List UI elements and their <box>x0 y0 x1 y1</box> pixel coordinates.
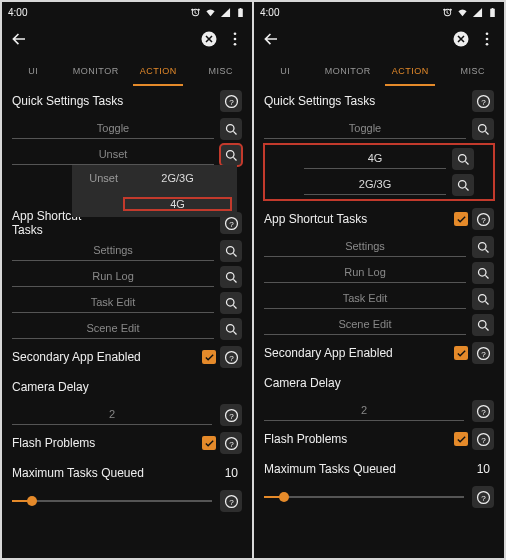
svg-point-1 <box>234 32 237 35</box>
left-pane: 4:00 UI MONITOR ACTION MISC Quick Settin… <box>2 2 252 558</box>
clock: 4:00 <box>260 7 279 18</box>
field-4g[interactable]: 4G <box>304 149 446 169</box>
svg-point-25 <box>486 43 489 46</box>
search-icon[interactable] <box>452 148 474 170</box>
checkbox-flash[interactable] <box>202 436 216 450</box>
search-icon[interactable] <box>220 292 242 314</box>
svg-text:?: ? <box>229 411 234 420</box>
svg-point-34 <box>478 268 486 276</box>
alarm-icon <box>190 7 201 18</box>
slider-max-queued[interactable] <box>12 491 212 511</box>
help-button[interactable]: ? <box>472 486 494 508</box>
field-runlog[interactable]: Run Log <box>264 263 466 283</box>
tab-misc[interactable]: MISC <box>442 56 505 86</box>
close-icon[interactable] <box>200 30 218 48</box>
search-icon[interactable] <box>220 240 242 262</box>
help-button[interactable]: ? <box>472 428 494 450</box>
tab-bar: UI MONITOR ACTION MISC <box>254 56 504 86</box>
search-icon[interactable] <box>452 174 474 196</box>
status-icons <box>442 7 498 18</box>
app-bar <box>2 22 252 56</box>
field-toggle[interactable]: Toggle <box>12 119 214 139</box>
field-2g3g[interactable]: 2G/3G <box>304 175 446 195</box>
svg-text:?: ? <box>481 407 486 416</box>
field-taskedit[interactable]: Task Edit <box>264 289 466 309</box>
field-settings[interactable]: Settings <box>264 237 466 257</box>
app-bar <box>254 22 504 56</box>
overflow-menu-icon[interactable] <box>478 30 496 48</box>
help-button[interactable]: ? <box>220 490 242 512</box>
highlighted-fields: 4G 2G/3G <box>264 144 494 200</box>
svg-point-28 <box>478 124 486 132</box>
section-camera-delay: Camera Delay <box>264 368 494 398</box>
svg-text:?: ? <box>229 219 234 228</box>
tab-action[interactable]: ACTION <box>379 56 442 86</box>
signal-icon <box>220 7 231 18</box>
alarm-icon <box>442 7 453 18</box>
tab-monitor[interactable]: MONITOR <box>317 56 380 86</box>
section-quick-settings: Quick Settings Tasks ? <box>12 86 242 116</box>
search-icon[interactable] <box>472 118 494 140</box>
section-secondary-app: Secondary App Enabled ? <box>264 338 494 368</box>
checkbox-flash[interactable] <box>454 432 468 446</box>
back-button[interactable] <box>10 30 28 48</box>
tab-action[interactable]: ACTION <box>127 56 190 86</box>
search-icon[interactable] <box>220 266 242 288</box>
search-icon[interactable] <box>220 118 242 140</box>
checkbox-secondary[interactable] <box>202 350 216 364</box>
field-taskedit[interactable]: Task Edit <box>12 293 214 313</box>
help-button[interactable]: ? <box>472 342 494 364</box>
search-icon[interactable] <box>472 262 494 284</box>
field-sceneedit[interactable]: Scene Edit <box>264 315 466 335</box>
search-icon-highlighted[interactable] <box>220 144 242 166</box>
tab-misc[interactable]: MISC <box>190 56 253 86</box>
section-max-queued: Maximum Tasks Queued 10 <box>264 454 494 484</box>
close-icon[interactable] <box>452 30 470 48</box>
wifi-icon <box>457 7 468 18</box>
svg-point-30 <box>458 180 466 188</box>
max-queued-value: 10 <box>225 466 238 480</box>
field-delay[interactable]: 2 <box>264 401 464 421</box>
svg-point-12 <box>226 298 234 306</box>
popup-row-1[interactable]: Unset 2G/3G <box>72 165 237 191</box>
help-button[interactable]: ? <box>220 404 242 426</box>
help-button[interactable]: ? <box>472 208 494 230</box>
svg-point-11 <box>226 272 234 280</box>
checkbox-secondary[interactable] <box>454 346 468 360</box>
svg-point-24 <box>486 38 489 41</box>
svg-point-7 <box>226 150 234 158</box>
field-delay[interactable]: 2 <box>12 405 212 425</box>
tab-ui[interactable]: UI <box>2 56 65 86</box>
clock: 4:00 <box>8 7 27 18</box>
section-flash-problems: Flash Problems ? <box>264 424 494 454</box>
svg-point-23 <box>486 32 489 35</box>
section-max-queued: Maximum Tasks Queued 10 <box>12 458 242 488</box>
help-button[interactable]: ? <box>220 90 242 112</box>
field-unset[interactable]: Unset <box>12 145 214 165</box>
help-button[interactable]: ? <box>472 400 494 422</box>
svg-point-3 <box>234 43 237 46</box>
search-icon[interactable] <box>472 314 494 336</box>
tab-ui[interactable]: UI <box>254 56 317 86</box>
help-button[interactable]: ? <box>220 432 242 454</box>
svg-point-35 <box>478 294 486 302</box>
tab-monitor[interactable]: MONITOR <box>65 56 128 86</box>
svg-text:?: ? <box>229 353 234 362</box>
svg-point-10 <box>226 246 234 254</box>
search-icon[interactable] <box>220 318 242 340</box>
help-button[interactable]: ? <box>472 90 494 112</box>
overflow-menu-icon[interactable] <box>226 30 244 48</box>
search-icon[interactable] <box>472 236 494 258</box>
field-runlog[interactable]: Run Log <box>12 267 214 287</box>
slider-max-queued[interactable] <box>264 487 464 507</box>
checkbox-shortcut[interactable] <box>454 212 468 226</box>
help-button[interactable]: ? <box>220 346 242 368</box>
search-icon[interactable] <box>472 288 494 310</box>
battery-icon <box>487 7 498 18</box>
field-sceneedit[interactable]: Scene Edit <box>12 319 214 339</box>
field-toggle[interactable]: Toggle <box>264 119 466 139</box>
field-settings[interactable]: Settings <box>12 241 214 261</box>
content-area: Quick Settings Tasks ? Toggle Unset App … <box>2 86 252 514</box>
popup-row-2[interactable]: 4G <box>72 191 237 217</box>
back-button[interactable] <box>262 30 280 48</box>
